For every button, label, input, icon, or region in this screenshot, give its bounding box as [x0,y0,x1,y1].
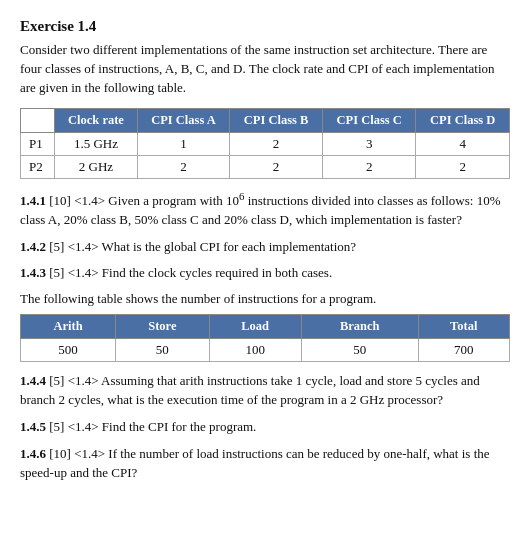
p2-cpi-a: 2 [137,155,230,178]
main-table-header-cpi-a: CPI Class A [137,108,230,132]
main-table: Clock rate CPI Class A CPI Class B CPI C… [20,108,510,179]
p2-label: P2 [21,155,55,178]
main-table-row-p1: P1 1.5 GHz 1 2 3 4 [21,132,510,155]
instr-header-load: Load [209,315,301,339]
p2-cpi-d: 2 [416,155,510,178]
main-table-header-cpi-d: CPI Class D [416,108,510,132]
q142-points: [5] <1.4> [49,239,101,254]
q145-points: [5] <1.4> [49,419,102,434]
intro-paragraph: Consider two different implementations o… [20,41,510,98]
q141-label: 1.4.1 [20,193,46,208]
main-table-header-cpi-c: CPI Class C [322,108,416,132]
p1-cpi-c: 3 [322,132,416,155]
instr-table: Arith Store Load Branch Total 500 50 100… [20,314,510,362]
q146-label: 1.4.6 [20,446,46,461]
p1-cpi-d: 4 [416,132,510,155]
p2-cpi-c: 2 [322,155,416,178]
question-1-4-3: 1.4.3 [5] <1.4> Find the clock cycles re… [20,264,510,283]
instr-store-val: 50 [116,339,209,362]
instr-total-val: 700 [418,339,509,362]
q143-label: 1.4.3 [20,265,46,280]
q144-label: 1.4.4 [20,373,46,388]
q141-points: [10] <1.4> [49,193,108,208]
p2-cpi-b: 2 [230,155,323,178]
q143-text: Find the clock cycles required in both c… [102,265,332,280]
instr-header-branch: Branch [301,315,418,339]
p1-clock: 1.5 GHz [55,132,137,155]
main-table-header-clock: Clock rate [55,108,137,132]
p1-label: P1 [21,132,55,155]
main-table-row-p2: P2 2 GHz 2 2 2 2 [21,155,510,178]
q144-points: [5] <1.4> [49,373,101,388]
instr-load-val: 100 [209,339,301,362]
main-table-empty-header [21,108,55,132]
question-1-4-5: 1.4.5 [5] <1.4> Find the CPI for the pro… [20,418,510,437]
question-1-4-4: 1.4.4 [5] <1.4> Assuming that arith inst… [20,372,510,410]
p1-cpi-b: 2 [230,132,323,155]
q145-label: 1.4.5 [20,419,46,434]
q142-label: 1.4.2 [20,239,46,254]
q143-points: [5] <1.4> [49,265,102,280]
following-table-text: The following table shows the number of … [20,291,510,307]
instr-table-row: 500 50 100 50 700 [21,339,510,362]
exercise-title: Exercise 1.4 [20,18,510,35]
instr-header-store: Store [116,315,209,339]
q142-text: What is the global CPI for each implemen… [102,239,357,254]
instr-header-total: Total [418,315,509,339]
q146-points: [10] <1.4> [49,446,108,461]
p2-clock: 2 GHz [55,155,137,178]
instr-branch-val: 50 [301,339,418,362]
instr-arith-val: 500 [21,339,116,362]
main-table-header-cpi-b: CPI Class B [230,108,323,132]
question-1-4-2: 1.4.2 [5] <1.4> What is the global CPI f… [20,238,510,257]
q145-text: Find the CPI for the program. [102,419,257,434]
instr-header-arith: Arith [21,315,116,339]
question-1-4-1: 1.4.1 [10] <1.4> Given a program with 10… [20,189,510,230]
question-1-4-6: 1.4.6 [10] <1.4> If the number of load i… [20,445,510,483]
instr-table-container: Arith Store Load Branch Total 500 50 100… [20,314,510,362]
main-table-container: Clock rate CPI Class A CPI Class B CPI C… [20,108,510,179]
p1-cpi-a: 1 [137,132,230,155]
